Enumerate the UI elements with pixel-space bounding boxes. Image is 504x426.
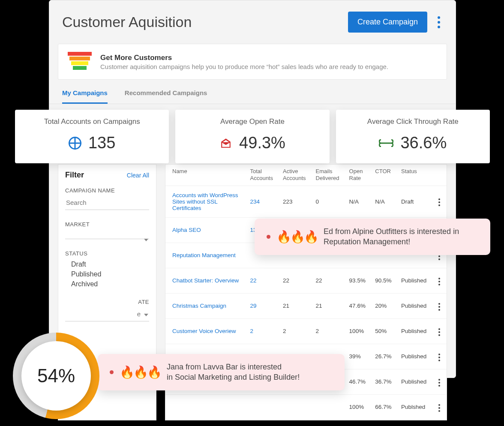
col-name[interactable]: Name: [165, 165, 246, 186]
tab-recommended[interactable]: Recommended Campaigns: [125, 89, 207, 104]
market-dropdown[interactable]: [65, 239, 149, 239]
dot-icon: [110, 370, 114, 374]
status-option-published[interactable]: Published: [71, 269, 149, 279]
stat-title: Total Accounts on Campaigns: [19, 117, 165, 126]
stat-open-rate: Average Open Rate 49.3%: [175, 110, 329, 163]
cell-ctor: 20%: [371, 293, 397, 318]
status-options: Draft Published Archived: [65, 259, 149, 289]
campaign-name-link[interactable]: Customer Voice Overiew: [172, 328, 236, 334]
cell-open: N/A: [345, 186, 371, 217]
campaign-name-link[interactable]: Accounts with WordPress Sites without SS…: [172, 192, 238, 211]
campaign-name-link[interactable]: Chatbot Starter: Overview: [172, 277, 239, 284]
row-more-icon[interactable]: [437, 197, 442, 208]
col-active[interactable]: Active Accounts: [279, 165, 312, 186]
funnel-icon: [68, 52, 92, 72]
main-card: Customer Aquisition Create Campaign Get …: [49, 0, 456, 378]
donut-center: 54%: [21, 341, 91, 411]
row-more-icon[interactable]: [437, 352, 442, 363]
total-accounts-link[interactable]: 2: [250, 328, 254, 334]
filter-label-campaign: CAMPAIGN NAME: [65, 187, 149, 194]
cell-status: Published: [397, 293, 432, 318]
cell-status: Published: [397, 318, 432, 344]
stat-title: Average Click Through Rate: [340, 117, 486, 126]
search-input[interactable]: [65, 195, 149, 210]
header-more-icon[interactable]: [435, 14, 443, 31]
col-status[interactable]: Status: [397, 165, 432, 186]
campaign-name-link[interactable]: Alpha SEO: [172, 227, 201, 233]
cell-delivered: [312, 394, 345, 420]
stat-value: 135: [88, 134, 115, 152]
cell-active: 22: [279, 268, 312, 293]
cell-status: Published: [397, 369, 432, 394]
cell-delivered: 2: [312, 318, 345, 344]
stat-value: 36.6%: [400, 134, 447, 152]
status-option-archived[interactable]: Archived: [71, 279, 149, 289]
cell-delivered: 0: [312, 186, 345, 217]
filter-heading: Filter: [65, 171, 84, 180]
cell-active: 2: [279, 318, 312, 344]
col-ctor[interactable]: CTOR: [371, 165, 397, 186]
toast-message: Ed from Alpine Outfitters is interested …: [324, 226, 478, 247]
cell-open: 100%: [345, 318, 371, 344]
mail-open-icon: [219, 138, 232, 149]
toast-message: Jana from Lavva Bar is interested in Soc…: [167, 362, 300, 383]
header-actions: Create Campaign: [348, 12, 443, 33]
clear-all-link[interactable]: Clear All: [127, 172, 149, 179]
fire-icon: 🔥🔥🔥: [276, 230, 318, 244]
cell-status: Publshed: [397, 394, 432, 420]
table-row: Chatbot Starter: Overview22222293.5%90.5…: [165, 268, 447, 293]
cell-ctor: 90.5%: [371, 268, 397, 293]
header: Customer Aquisition Create Campaign: [49, 0, 456, 37]
banner-subtitle: Customer aquisition campaigns help you t…: [100, 63, 388, 70]
cell-active: 223: [279, 186, 312, 217]
tab-my-campaigns[interactable]: My Campaigns: [62, 89, 108, 104]
notification-toast-1[interactable]: 🔥🔥🔥 Ed from Alpine Outfitters is interes…: [255, 219, 490, 255]
cell-open: 100%: [345, 394, 371, 420]
filter-label-status: STATUS: [65, 250, 149, 257]
table-row: Customer Voice Overiew222100%50%Publishe…: [165, 318, 447, 344]
total-accounts-link[interactable]: 29: [250, 303, 257, 309]
campaign-name-link[interactable]: Reputation Management: [172, 252, 236, 258]
page-title: Customer Aquisition: [62, 14, 192, 30]
stat-title: Average Open Rate: [180, 117, 325, 126]
cell-ctor: 66.7%: [371, 394, 397, 420]
row-more-icon[interactable]: [437, 301, 442, 312]
progress-donut: 54%: [13, 333, 99, 419]
create-campaign-button[interactable]: Create Campaign: [348, 12, 427, 33]
total-accounts-link[interactable]: 234: [250, 198, 260, 205]
status-option-draft[interactable]: Draft: [71, 259, 149, 269]
cell-delivered: 22: [312, 268, 345, 293]
campaign-name-link[interactable]: Christmas Campaign: [172, 303, 226, 309]
row-more-icon[interactable]: [437, 276, 442, 287]
col-open[interactable]: Open Rate: [345, 165, 371, 186]
row-more-icon[interactable]: [437, 377, 442, 388]
filter-partial-input[interactable]: e: [65, 307, 149, 321]
row-more-icon[interactable]: [437, 327, 442, 338]
cell-status: Draft: [397, 186, 432, 217]
cell-ctor: 26.7%: [371, 344, 397, 369]
col-total[interactable]: Total Accounts: [246, 165, 279, 186]
cell-open: 47.6%: [345, 293, 371, 318]
row-more-icon[interactable]: [437, 402, 442, 414]
cell-open: 39%: [345, 344, 371, 369]
stat-value: 49.3%: [239, 134, 285, 152]
cell-status: Published: [397, 268, 432, 293]
table-row: 100%66.7%Publshed: [165, 394, 447, 420]
fire-icon: 🔥🔥🔥: [120, 365, 161, 379]
link-icon: [379, 139, 393, 147]
cell-ctor: 50%: [371, 318, 397, 344]
col-delivered[interactable]: Emails Delivered: [312, 165, 345, 186]
filter-partial-label-1: ATE: [65, 299, 149, 305]
stat-ctr: Average Click Through Rate 36.6%: [336, 110, 490, 163]
cell-status: Published: [397, 344, 432, 369]
cell-active: [279, 394, 312, 420]
notification-toast-2[interactable]: 🔥🔥🔥 Jana from Lavva Bar is interested in…: [98, 354, 345, 390]
stats-row: Total Accounts on Campaigns 135 Average …: [15, 110, 490, 163]
total-accounts-link[interactable]: 22: [250, 277, 257, 284]
banner-title: Get More Customers: [100, 54, 388, 62]
cell-ctor: 36.7%: [371, 369, 397, 394]
tabs: My Campaigns Recommended Campaigns: [49, 80, 456, 104]
filter-label-market: MARKET: [65, 221, 149, 228]
table-row: Accounts with WordPress Sites without SS…: [165, 186, 447, 217]
cell-delivered: 21: [312, 293, 345, 318]
